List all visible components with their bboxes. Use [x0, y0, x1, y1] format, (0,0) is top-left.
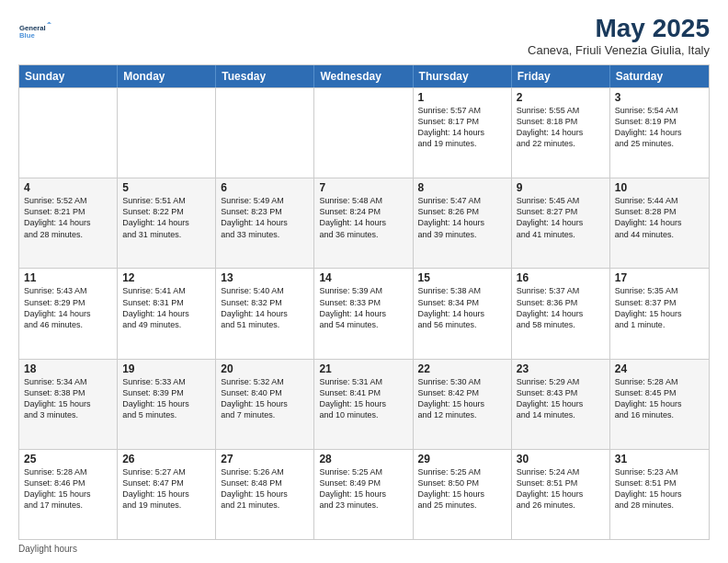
- cell-info: Sunrise: 5:30 AM Sunset: 8:42 PM Dayligh…: [418, 376, 506, 421]
- cell-info: Sunrise: 5:45 AM Sunset: 8:27 PM Dayligh…: [517, 195, 605, 240]
- calendar-header-cell: Friday: [512, 65, 610, 87]
- calendar-header-cell: Sunday: [19, 65, 118, 87]
- day-number: 19: [122, 362, 210, 375]
- table-row: 22Sunrise: 5:30 AM Sunset: 8:42 PM Dayli…: [414, 360, 512, 449]
- cell-info: Sunrise: 5:34 AM Sunset: 8:38 PM Dayligh…: [24, 376, 112, 421]
- calendar-week-row: 18Sunrise: 5:34 AM Sunset: 8:38 PM Dayli…: [19, 359, 709, 449]
- cell-info: Sunrise: 5:38 AM Sunset: 8:34 PM Dayligh…: [418, 285, 506, 330]
- cell-info: Sunrise: 5:47 AM Sunset: 8:26 PM Dayligh…: [418, 195, 506, 240]
- day-number: 13: [221, 271, 309, 284]
- location-title: Caneva, Friuli Venezia Giulia, Italy: [528, 43, 710, 57]
- cell-info: Sunrise: 5:51 AM Sunset: 8:22 PM Dayligh…: [122, 195, 210, 240]
- calendar: SundayMondayTuesdayWednesdayThursdayFrid…: [18, 64, 710, 540]
- day-number: 17: [615, 271, 704, 284]
- table-row: 30Sunrise: 5:24 AM Sunset: 8:51 PM Dayli…: [512, 450, 610, 539]
- calendar-body: 1Sunrise: 5:57 AM Sunset: 8:17 PM Daylig…: [19, 87, 709, 539]
- day-number: 14: [319, 271, 407, 284]
- day-number: 30: [517, 453, 605, 465]
- cell-info: Sunrise: 5:52 AM Sunset: 8:21 PM Dayligh…: [24, 195, 112, 240]
- day-number: 1: [418, 91, 506, 104]
- table-row: 7Sunrise: 5:48 AM Sunset: 8:24 PM Daylig…: [314, 178, 413, 268]
- cell-info: Sunrise: 5:35 AM Sunset: 8:37 PM Dayligh…: [615, 285, 704, 330]
- table-row: 24Sunrise: 5:28 AM Sunset: 8:45 PM Dayli…: [610, 360, 709, 449]
- calendar-header-cell: Monday: [118, 65, 216, 87]
- table-row: 13Sunrise: 5:40 AM Sunset: 8:32 PM Dayli…: [216, 269, 314, 358]
- cell-info: Sunrise: 5:40 AM Sunset: 8:32 PM Dayligh…: [221, 285, 309, 330]
- cell-info: Sunrise: 5:26 AM Sunset: 8:48 PM Dayligh…: [221, 466, 309, 511]
- day-number: 26: [122, 453, 210, 465]
- table-row: 31Sunrise: 5:23 AM Sunset: 8:51 PM Dayli…: [610, 450, 709, 539]
- cell-info: Sunrise: 5:43 AM Sunset: 8:29 PM Dayligh…: [24, 285, 112, 330]
- svg-text:Blue: Blue: [19, 31, 35, 40]
- table-row: [216, 88, 314, 178]
- day-number: 27: [221, 453, 309, 465]
- cell-info: Sunrise: 5:54 AM Sunset: 8:19 PM Dayligh…: [615, 105, 704, 150]
- calendar-week-row: 1Sunrise: 5:57 AM Sunset: 8:17 PM Daylig…: [19, 87, 709, 178]
- day-number: 29: [418, 453, 506, 465]
- table-row: 8Sunrise: 5:47 AM Sunset: 8:26 PM Daylig…: [414, 178, 512, 268]
- footer-note: Daylight hours: [18, 544, 710, 554]
- day-number: 16: [517, 271, 605, 284]
- day-number: 7: [319, 181, 407, 194]
- cell-info: Sunrise: 5:27 AM Sunset: 8:47 PM Dayligh…: [122, 466, 210, 511]
- day-number: 2: [517, 91, 605, 104]
- cell-info: Sunrise: 5:44 AM Sunset: 8:28 PM Dayligh…: [615, 195, 704, 240]
- cell-info: Sunrise: 5:41 AM Sunset: 8:31 PM Dayligh…: [122, 285, 210, 330]
- svg-marker-2: [47, 22, 51, 24]
- cell-info: Sunrise: 5:31 AM Sunset: 8:41 PM Dayligh…: [319, 376, 407, 421]
- cell-info: Sunrise: 5:25 AM Sunset: 8:50 PM Dayligh…: [418, 466, 506, 511]
- calendar-header-row: SundayMondayTuesdayWednesdayThursdayFrid…: [19, 65, 709, 87]
- table-row: 26Sunrise: 5:27 AM Sunset: 8:47 PM Dayli…: [118, 450, 216, 539]
- table-row: 3Sunrise: 5:54 AM Sunset: 8:19 PM Daylig…: [610, 88, 709, 178]
- day-number: 9: [517, 181, 605, 194]
- table-row: 12Sunrise: 5:41 AM Sunset: 8:31 PM Dayli…: [118, 269, 216, 358]
- cell-info: Sunrise: 5:23 AM Sunset: 8:51 PM Dayligh…: [615, 466, 704, 511]
- day-number: 12: [122, 271, 210, 284]
- table-row: 15Sunrise: 5:38 AM Sunset: 8:34 PM Dayli…: [414, 269, 512, 358]
- day-number: 25: [24, 453, 112, 465]
- table-row: 21Sunrise: 5:31 AM Sunset: 8:41 PM Dayli…: [314, 360, 413, 449]
- cell-info: Sunrise: 5:28 AM Sunset: 8:45 PM Dayligh…: [615, 376, 704, 421]
- table-row: 25Sunrise: 5:28 AM Sunset: 8:46 PM Dayli…: [19, 450, 118, 539]
- calendar-week-row: 11Sunrise: 5:43 AM Sunset: 8:29 PM Dayli…: [19, 268, 709, 358]
- day-number: 10: [615, 181, 704, 194]
- cell-info: Sunrise: 5:28 AM Sunset: 8:46 PM Dayligh…: [24, 466, 112, 511]
- day-number: 20: [221, 362, 309, 375]
- logo-svg: General Blue: [18, 14, 51, 47]
- day-number: 6: [221, 181, 309, 194]
- table-row: 19Sunrise: 5:33 AM Sunset: 8:39 PM Dayli…: [118, 360, 216, 449]
- day-number: 3: [615, 91, 704, 104]
- table-row: [314, 88, 413, 178]
- table-row: 10Sunrise: 5:44 AM Sunset: 8:28 PM Dayli…: [610, 178, 709, 268]
- cell-info: Sunrise: 5:37 AM Sunset: 8:36 PM Dayligh…: [517, 285, 605, 330]
- day-number: 22: [418, 362, 506, 375]
- table-row: 5Sunrise: 5:51 AM Sunset: 8:22 PM Daylig…: [118, 178, 216, 268]
- cell-info: Sunrise: 5:57 AM Sunset: 8:17 PM Dayligh…: [418, 105, 506, 150]
- table-row: 27Sunrise: 5:26 AM Sunset: 8:48 PM Dayli…: [216, 450, 314, 539]
- table-row: 20Sunrise: 5:32 AM Sunset: 8:40 PM Dayli…: [216, 360, 314, 449]
- table-row: 28Sunrise: 5:25 AM Sunset: 8:49 PM Dayli…: [314, 450, 413, 539]
- day-number: 4: [24, 181, 112, 194]
- cell-info: Sunrise: 5:32 AM Sunset: 8:40 PM Dayligh…: [221, 376, 309, 421]
- calendar-header-cell: Thursday: [414, 65, 512, 87]
- cell-info: Sunrise: 5:55 AM Sunset: 8:18 PM Dayligh…: [517, 105, 605, 150]
- header: General Blue May 2025 Caneva, Friuli Ven…: [18, 14, 710, 57]
- calendar-header-cell: Saturday: [610, 65, 709, 87]
- day-number: 21: [319, 362, 407, 375]
- day-number: 18: [24, 362, 112, 375]
- day-number: 31: [615, 453, 704, 465]
- table-row: 2Sunrise: 5:55 AM Sunset: 8:18 PM Daylig…: [512, 88, 610, 178]
- cell-info: Sunrise: 5:49 AM Sunset: 8:23 PM Dayligh…: [221, 195, 309, 240]
- calendar-week-row: 4Sunrise: 5:52 AM Sunset: 8:21 PM Daylig…: [19, 178, 709, 268]
- table-row: 18Sunrise: 5:34 AM Sunset: 8:38 PM Dayli…: [19, 360, 118, 449]
- table-row: 9Sunrise: 5:45 AM Sunset: 8:27 PM Daylig…: [512, 178, 610, 268]
- calendar-week-row: 25Sunrise: 5:28 AM Sunset: 8:46 PM Dayli…: [19, 449, 709, 539]
- title-block: May 2025 Caneva, Friuli Venezia Giulia, …: [528, 14, 710, 57]
- day-number: 24: [615, 362, 704, 375]
- table-row: 14Sunrise: 5:39 AM Sunset: 8:33 PM Dayli…: [314, 269, 413, 358]
- table-row: 17Sunrise: 5:35 AM Sunset: 8:37 PM Dayli…: [610, 269, 709, 358]
- table-row: [118, 88, 216, 178]
- cell-info: Sunrise: 5:29 AM Sunset: 8:43 PM Dayligh…: [517, 376, 605, 421]
- day-number: 23: [517, 362, 605, 375]
- table-row: 23Sunrise: 5:29 AM Sunset: 8:43 PM Dayli…: [512, 360, 610, 449]
